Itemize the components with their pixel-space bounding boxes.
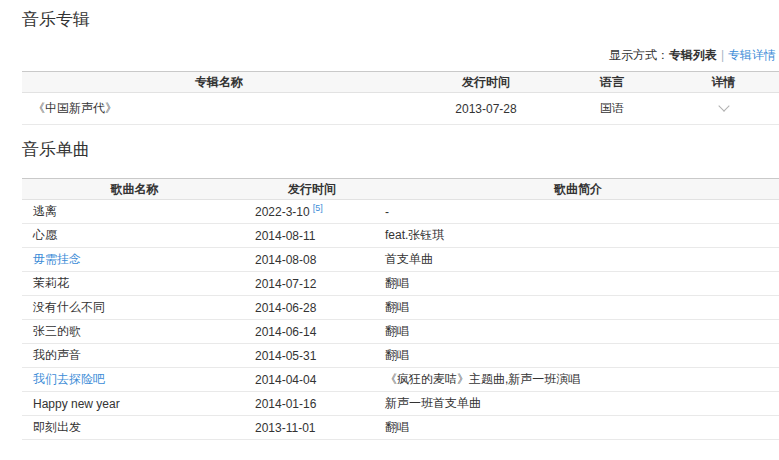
album-language: 国语	[556, 93, 668, 125]
song-row: 没有什么不同2014-06-28翻唱	[22, 296, 779, 320]
albums-table-header-row: 专辑名称 发行时间 语言 详情	[22, 72, 779, 93]
section-title-singles: 音乐单曲	[22, 140, 779, 160]
song-intro: 翻唱	[377, 416, 779, 440]
singles-header-name: 歌曲名称	[22, 179, 247, 200]
song-row: Happy new year2014-01-16新声一班首支单曲	[22, 392, 779, 416]
song-row: 逃离2022-3-10[5]-	[22, 200, 779, 224]
song-intro: 翻唱	[377, 320, 779, 344]
song-release-date-text: 2014-06-14	[255, 325, 316, 339]
section-title-albums: 音乐专辑	[22, 10, 779, 30]
song-name: 茉莉花	[33, 276, 69, 290]
display-mode-album-list-option[interactable]: 专辑列表	[669, 48, 717, 62]
song-name: 没有什么不同	[33, 300, 105, 314]
albums-header-name: 专辑名称	[22, 72, 416, 93]
song-name-cell: 我的声音	[22, 344, 247, 368]
song-release-date-text: 2014-01-16	[255, 397, 316, 411]
song-name: 张三的歌	[33, 324, 81, 338]
song-release-date-text: 2013-11-01	[255, 421, 316, 435]
singles-table: 歌曲名称 发行时间 歌曲简介 逃离2022-3-10[5]-心愿2014-08-…	[22, 178, 779, 440]
album-release-date: 2013-07-28	[416, 93, 556, 125]
song-name-cell: 张三的歌	[22, 320, 247, 344]
display-mode-separator: |	[721, 48, 724, 62]
album-detail-cell	[668, 93, 779, 125]
song-release-date: 2022-3-10[5]	[247, 200, 377, 224]
albums-table-body: 《中国新声代》2013-07-28国语	[22, 93, 779, 125]
song-release-date-text: 2022-3-10	[255, 205, 310, 219]
song-row: 我们去探险吧2014-04-04《疯狂的麦咭》主题曲,新声一班演唱	[22, 368, 779, 392]
song-name-cell: 即刻出发	[22, 416, 247, 440]
song-release-date: 2014-08-11	[247, 224, 377, 248]
song-release-date: 2014-04-04	[247, 368, 377, 392]
song-intro: 翻唱	[377, 272, 779, 296]
song-release-date-text: 2014-07-12	[255, 277, 316, 291]
song-name: 逃离	[33, 204, 57, 218]
song-name: 我的声音	[33, 348, 81, 362]
display-mode-album-detail-link[interactable]: 专辑详情	[728, 48, 776, 62]
song-name-link[interactable]: 毋需挂念	[33, 252, 81, 266]
albums-header-date: 发行时间	[416, 72, 556, 93]
album-row: 《中国新声代》2013-07-28国语	[22, 93, 779, 125]
song-name: 心愿	[33, 228, 57, 242]
song-release-date: 2014-07-12	[247, 272, 377, 296]
song-name-cell: 茉莉花	[22, 272, 247, 296]
song-row: 即刻出发2013-11-01翻唱	[22, 416, 779, 440]
song-release-date: 2014-06-14	[247, 320, 377, 344]
reference-link[interactable]: [5]	[313, 203, 323, 213]
song-release-date: 2014-01-16	[247, 392, 377, 416]
song-intro: feat.张钰琪	[377, 224, 779, 248]
song-name-cell: 没有什么不同	[22, 296, 247, 320]
song-release-date: 2013-11-01	[247, 416, 377, 440]
display-mode-switcher: 显示方式：专辑列表|专辑详情	[22, 48, 779, 62]
song-release-date-text: 2014-06-28	[255, 301, 316, 315]
song-intro: 首支单曲	[377, 248, 779, 272]
song-intro: 翻唱	[377, 344, 779, 368]
song-intro: 翻唱	[377, 296, 779, 320]
singles-header-date: 发行时间	[247, 179, 377, 200]
song-intro: 新声一班首支单曲	[377, 392, 779, 416]
song-row: 茉莉花2014-07-12翻唱	[22, 272, 779, 296]
song-intro: 《疯狂的麦咭》主题曲,新声一班演唱	[377, 368, 779, 392]
song-release-date: 2014-06-28	[247, 296, 377, 320]
song-release-date-text: 2014-04-04	[255, 373, 316, 387]
song-release-date: 2014-08-08	[247, 248, 377, 272]
chevron-down-icon[interactable]	[718, 100, 729, 111]
albums-table: 专辑名称 发行时间 语言 详情 《中国新声代》2013-07-28国语	[22, 71, 779, 125]
song-release-date-text: 2014-08-08	[255, 253, 316, 267]
page: 音乐专辑 显示方式：专辑列表|专辑详情 专辑名称 发行时间 语言 详情 《中国新…	[0, 0, 779, 440]
song-name: Happy new year	[33, 397, 120, 411]
song-name-cell: 毋需挂念	[22, 248, 247, 272]
song-release-date-text: 2014-08-11	[255, 229, 316, 243]
song-release-date: 2014-05-31	[247, 344, 377, 368]
song-intro: -	[377, 200, 779, 224]
song-name: 即刻出发	[33, 420, 81, 434]
song-release-date-text: 2014-05-31	[255, 349, 316, 363]
song-row: 张三的歌2014-06-14翻唱	[22, 320, 779, 344]
song-name-link[interactable]: 我们去探险吧	[33, 372, 105, 386]
song-name-cell: Happy new year	[22, 392, 247, 416]
albums-header-language: 语言	[556, 72, 668, 93]
singles-table-body: 逃离2022-3-10[5]-心愿2014-08-11feat.张钰琪毋需挂念2…	[22, 200, 779, 440]
song-name-cell: 心愿	[22, 224, 247, 248]
song-row: 毋需挂念2014-08-08首支单曲	[22, 248, 779, 272]
singles-header-intro: 歌曲简介	[377, 179, 779, 200]
singles-table-header-row: 歌曲名称 发行时间 歌曲简介	[22, 179, 779, 200]
song-row: 心愿2014-08-11feat.张钰琪	[22, 224, 779, 248]
song-name-cell: 逃离	[22, 200, 247, 224]
display-mode-label: 显示方式：	[609, 48, 669, 62]
song-row: 我的声音2014-05-31翻唱	[22, 344, 779, 368]
albums-header-detail: 详情	[668, 72, 779, 93]
song-name-cell: 我们去探险吧	[22, 368, 247, 392]
album-name-cell: 《中国新声代》	[22, 93, 416, 125]
